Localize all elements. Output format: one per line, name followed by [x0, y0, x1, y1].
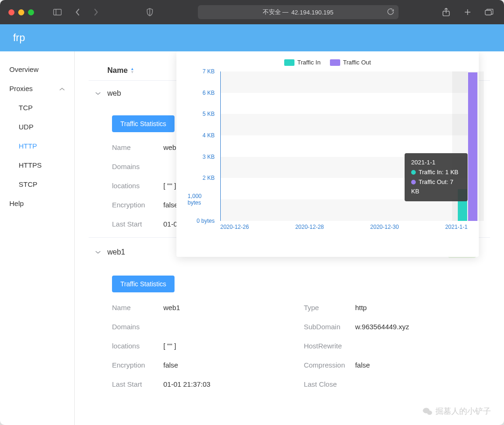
chevron-up-icon	[59, 85, 65, 92]
sidebar: Overview Proxies TCP UDP HTTP HTTPS STCP…	[0, 51, 75, 425]
detail-type-label: Type	[304, 304, 355, 312]
detail-last-start-value: 01-01 21:37:03	[163, 380, 210, 388]
safari-window: 不安全 — 42.194.190.195 frp Overview Proxie…	[0, 0, 504, 425]
detail-last-close-label: Last Close	[304, 380, 355, 388]
detail-compression-label: Compression	[304, 361, 355, 369]
sidebar-stcp-label: STCP	[19, 180, 37, 188]
tooltip-out-text: Traffic Out: 7 KB	[411, 178, 453, 195]
sidebar-help-label: Help	[9, 199, 24, 207]
y-tick: 0 bytes	[196, 218, 215, 224]
column-name-header[interactable]: Name ▲▼	[107, 66, 173, 75]
y-tick: 2 KB	[203, 175, 215, 181]
detail-locations-value: [ "" ]	[163, 182, 176, 190]
proxy-name: web	[107, 89, 173, 98]
detail-domains-label: Domains	[112, 163, 163, 170]
detail-last-start-label: Last Start	[112, 220, 163, 228]
chart-tooltip: 2021-1-1 Traffic In: 1 KB Traffic Out: 7…	[405, 153, 468, 201]
detail-encryption-value: false	[163, 201, 178, 209]
traffic-statistics-button[interactable]: Traffic Statistics	[112, 115, 175, 132]
sidebar-item-http[interactable]: HTTP	[0, 136, 74, 156]
sidebar-item-tcp[interactable]: TCP	[0, 98, 74, 117]
proxy-name: web1	[107, 248, 173, 256]
y-tick: 1,000 bytes	[188, 193, 215, 206]
address-text: 42.194.190.195	[291, 9, 333, 16]
sidebar-item-stcp[interactable]: STCP	[0, 175, 74, 194]
svg-point-8	[427, 411, 432, 415]
sidebar-toggle-icon[interactable]	[51, 6, 64, 19]
detail-encryption-label: Encryption	[112, 361, 163, 369]
detail-name-value: web1	[163, 304, 180, 312]
detail-subdomain-label: SubDomain	[304, 323, 355, 331]
detail-locations-value: [ "" ]	[163, 342, 176, 350]
sidebar-item-proxies[interactable]: Proxies	[0, 79, 74, 98]
sidebar-item-help[interactable]: Help	[0, 194, 74, 213]
detail-name-label: Name	[112, 143, 163, 151]
svg-rect-0	[54, 9, 62, 15]
minimize-window-button[interactable]	[18, 9, 24, 15]
app-header: frp	[0, 24, 504, 51]
detail-encryption-label: Encryption	[112, 201, 163, 209]
x-tick: 2020-12-28	[295, 224, 324, 230]
tooltip-in-text: Traffic In: 1 KB	[419, 169, 458, 176]
x-tick: 2020-12-30	[370, 224, 399, 230]
sidebar-https-label: HTTPS	[19, 161, 42, 169]
y-tick: 4 KB	[203, 132, 215, 139]
row-expanded: Traffic Statistics Nameweb1 Domains loca…	[89, 266, 490, 397]
sort-icon[interactable]: ▲▼	[131, 67, 134, 74]
legend-traffic-in[interactable]: Traffic In	[284, 59, 321, 66]
sidebar-item-udp[interactable]: UDP	[0, 117, 74, 136]
legend-in-label: Traffic In	[297, 59, 321, 66]
detail-last-start-label: Last Start	[112, 380, 163, 388]
forward-button[interactable]	[89, 6, 102, 19]
sidebar-proxies-label: Proxies	[9, 85, 33, 92]
chart-plot-area: 0 bytes 1,000 bytes 2 KB 3 KB 4 KB 5 KB …	[220, 71, 468, 240]
expand-toggle[interactable]	[89, 92, 107, 95]
share-icon[interactable]	[440, 6, 453, 19]
y-tick: 5 KB	[203, 111, 215, 117]
back-button[interactable]	[71, 6, 84, 19]
address-bar[interactable]: 不安全 — 42.194.190.195	[198, 5, 399, 19]
y-tick: 6 KB	[203, 90, 215, 96]
name-header-label: Name	[107, 66, 128, 75]
traffic-statistics-button[interactable]: Traffic Statistics	[112, 276, 175, 292]
tooltip-out-dot	[411, 180, 416, 184]
legend-traffic-out[interactable]: Traffic Out	[330, 59, 371, 66]
table-row: web1 80 0 0 bytes 0 bytes online Traffic…	[89, 237, 490, 397]
y-axis: 0 bytes 1,000 bytes 2 KB 3 KB 4 KB 5 KB …	[188, 71, 216, 221]
wechat-icon	[422, 407, 433, 416]
x-tick: 2020-12-26	[220, 224, 249, 230]
traffic-lights	[8, 9, 34, 15]
app-title: frp	[13, 32, 25, 44]
detail-type-value: http	[355, 304, 367, 312]
tooltip-in-dot	[411, 170, 416, 175]
tooltip-date: 2021-1-1	[411, 158, 461, 168]
watermark-text: 掘墓人的小铲子	[435, 406, 491, 417]
sidebar-overview-label: Overview	[9, 65, 39, 73]
sidebar-udp-label: UDP	[19, 123, 34, 131]
detail-name-value: web	[163, 143, 176, 151]
detail-subdomain-value: w.963564449.xyz	[355, 323, 409, 331]
x-tick: 2021-1-1	[445, 224, 468, 230]
close-window-button[interactable]	[8, 9, 14, 15]
detail-locations-label: locations	[112, 342, 163, 350]
chart-bar[interactable]	[468, 72, 477, 221]
detail-name-label: Name	[112, 304, 163, 312]
sidebar-http-label: HTTP	[19, 142, 37, 150]
expand-toggle[interactable]	[89, 250, 107, 254]
detail-domains-label: Domains	[112, 323, 163, 331]
maximize-window-button[interactable]	[28, 9, 34, 15]
legend-out-label: Traffic Out	[343, 59, 371, 66]
browser-titlebar: 不安全 — 42.194.190.195	[0, 0, 504, 24]
detail-compression-value: false	[355, 361, 370, 369]
address-prefix: 不安全 —	[263, 8, 289, 16]
detail-locations-label: locations	[112, 182, 163, 190]
tabs-overview-icon[interactable]	[483, 6, 496, 19]
shield-icon[interactable]	[143, 6, 156, 19]
svg-rect-6	[485, 10, 491, 15]
new-tab-icon[interactable]	[461, 6, 474, 19]
reload-icon[interactable]	[387, 8, 394, 16]
sidebar-item-overview[interactable]: Overview	[0, 60, 74, 79]
detail-hostrewrite-label: HostRewrite	[304, 342, 355, 350]
traffic-chart-panel: Traffic In Traffic Out 0 bytes 1,000 byt…	[176, 51, 479, 257]
sidebar-item-https[interactable]: HTTPS	[0, 156, 74, 175]
